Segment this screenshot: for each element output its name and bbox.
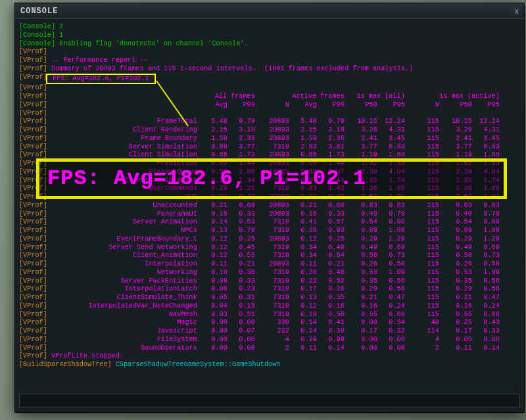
window-title: CONSOLE	[20, 7, 58, 16]
console-window: CONSOLE x [Console] 2[Console] 1[Console…	[14, 3, 525, 413]
blank-vprof-2: [VProf]	[19, 110, 520, 118]
console-line: [VProf] Summary of 20893 frames and 115 …	[19, 65, 520, 74]
table-row: [VProf]PanoramaUI0.160.33208930.160.330.…	[19, 210, 520, 219]
table-row: [VProf]Client_Animation0.120.5573190.340…	[19, 252, 520, 260]
console-line: [Console] Enabling flag 'donotecho' on c…	[19, 40, 520, 49]
table-row: [VProf]InterpolationLatch0.060.2373190.1…	[19, 285, 520, 294]
intro-lines: [Console] 2[Console] 1[Console] Enabling…	[19, 23, 520, 74]
console-line: [Console] 2	[19, 23, 520, 32]
table-row: [VProf]Frame Boundary1.582.36208931.592.…	[19, 135, 520, 143]
table-row: [VProf]Server PackEntities0.080.3373190.…	[19, 277, 520, 286]
table-row: [VProf]InterpolatedVar_NoteChanged0.040.…	[19, 302, 520, 311]
table-row: [VProf]NavMesh0.030.5173190.100.580.550.…	[19, 311, 520, 319]
table-row: [VProf]SoundOperators0.000.0020.110.140.…	[19, 344, 520, 353]
table-row: [VProf]Client Rendering2.153.18208932.15…	[19, 126, 520, 135]
fps-boxed: FPS: Avg=182.6, P1=102.1	[46, 74, 156, 85]
data-rows: [VProf]FrameTotal5.489.79208935.489.7910…	[19, 118, 520, 352]
table-row: [VProf]Networking0.100.3873190.280.480.5…	[19, 269, 520, 277]
table-row: [VProf]Server Send Networking0.120.45731…	[19, 244, 520, 252]
table-row: [VProf]FrameTotal5.489.79208935.489.7910…	[19, 118, 520, 126]
table-row: [VProf]Unaccounted0.210.60208930.210.600…	[19, 202, 520, 210]
table-row: [VProf]Interpolation0.110.21208930.110.2…	[19, 260, 520, 269]
console-line: [VProf] -- Performance report --	[19, 57, 520, 65]
blank-vprof: [VProf]	[19, 84, 520, 93]
console-line: [Console] 1	[19, 32, 520, 40]
table-row: [VProf]ClientSimulate_Think0.050.3173190…	[19, 294, 520, 302]
close-icon[interactable]: x	[515, 7, 519, 16]
table-row: [VProf]FileSystem0.000.0040.290.990.000.…	[19, 336, 520, 344]
table-row: [VProf]NPCs0.130.7673190.360.930.891.881…	[19, 227, 520, 235]
fps-line: [VProf] FPS: Avg=182.6, P1=102.1	[19, 74, 520, 85]
fps-highlight-text: FPS: Avg=182.6, P1=102.1	[47, 166, 366, 192]
header-row2: [VProf]AvgP99NAvgP99P50P95NP50P95	[19, 101, 520, 110]
hc-cells: AvgP99NAvgP99P50P95NP50P95	[200, 101, 500, 110]
hg-cells: All framesActive frames1s max (all)1s ma…	[200, 93, 500, 101]
table-row: [VProf]EventFrameBoundary_t0.120.2520893…	[19, 235, 520, 244]
console-line: [VProf]	[19, 48, 520, 57]
stopped-line: [VProf] VProfLite stopped.	[19, 352, 520, 361]
console-content[interactable]: [Console] 2[Console] 1[Console] Enabling…	[15, 19, 524, 412]
table-row: [VProf]Server Animation0.140.5373190.410…	[19, 218, 520, 227]
table-row: [VProf]Server Simulation0.993.7773192.83…	[19, 143, 520, 152]
header-row1: [VProf]All framesActive frames1s max (al…	[19, 93, 520, 101]
input-bar[interactable]	[19, 394, 520, 408]
table-row: [VProf]Javascript0.000.072320.140.390.17…	[19, 327, 520, 336]
table-row: [VProf]Magic0.000.003300.140.410.000.344…	[19, 319, 520, 327]
bottom-line: [BuildSparseShadowTree] CSparseShadowTre…	[19, 361, 520, 369]
fps-highlight-box: FPS: Avg=182.6, P1=102.1	[36, 158, 507, 199]
titlebar[interactable]: CONSOLE x	[15, 3, 524, 19]
